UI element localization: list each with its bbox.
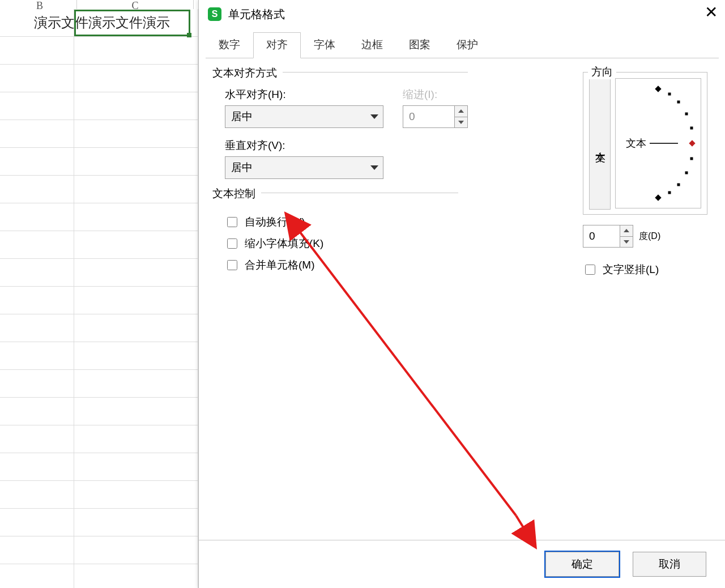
degree-up-button[interactable] — [620, 225, 633, 237]
tab-alignment[interactable]: 对齐 — [253, 32, 301, 58]
text-control-legend: 文本控制 — [212, 186, 261, 201]
v-align-dropdown[interactable]: 居中 — [225, 156, 383, 179]
app-icon: S — [208, 7, 221, 21]
alignment-panel: 文本对齐方式 水平对齐(H): 居中 缩进(I): — [199, 58, 725, 306]
vertical-layout-checkbox-input[interactable] — [585, 265, 595, 275]
h-align-value: 居中 — [231, 109, 253, 124]
indent-down-button[interactable] — [454, 117, 468, 129]
orientation-dial[interactable]: 文本 — [615, 78, 701, 208]
cancel-button[interactable]: 取消 — [633, 552, 706, 577]
v-align-label: 垂直对齐(V): — [225, 138, 468, 153]
merge-checkbox-label: 合并单元格(M) — [245, 258, 314, 272]
chevron-up-icon — [458, 109, 464, 113]
tab-font[interactable]: 字体 — [301, 32, 348, 58]
dial-handle[interactable] — [689, 140, 695, 146]
orientation-legend: 方向 — [588, 65, 616, 79]
tab-number[interactable]: 数字 — [206, 32, 253, 58]
merge-checkbox[interactable]: 合并单元格(M) — [225, 258, 458, 272]
column-header-b[interactable]: B — [0, 0, 77, 9]
dialog-title: 单元格格式 — [228, 7, 285, 22]
wrap-checkbox-label: 自动换行(W) — [245, 215, 305, 229]
shrink-checkbox-input[interactable] — [227, 238, 237, 249]
h-align-dropdown[interactable]: 居中 — [225, 105, 383, 128]
svg-line-1 — [516, 515, 525, 530]
wrap-checkbox-input[interactable] — [227, 217, 237, 227]
indent-up-button[interactable] — [454, 105, 468, 117]
indent-input[interactable] — [403, 105, 454, 128]
h-align-label: 水平对齐(H): — [225, 87, 383, 102]
dial-text-label: 文本 — [626, 137, 646, 150]
shrink-checkbox[interactable]: 缩小字体填充(K) — [225, 236, 458, 251]
chevron-up-icon — [624, 229, 629, 232]
chevron-down-icon — [370, 165, 378, 170]
orientation-frame: 方向 文本 文本 — [583, 72, 707, 215]
vertical-layout-checkbox[interactable]: 文字竖排(L) — [583, 262, 707, 277]
vertical-text-button[interactable]: 文本 — [589, 78, 611, 210]
vertical-layout-checkbox-label: 文字竖排(L) — [603, 262, 659, 277]
spreadsheet-background: B C 演示文件演示文件演示 — [0, 0, 198, 588]
chevron-down-icon — [458, 121, 464, 124]
degree-label: 度(D) — [639, 231, 660, 242]
dial-indicator-line — [650, 143, 678, 144]
text-align-legend: 文本对齐方式 — [212, 66, 283, 80]
dialog-footer: 确定 取消 — [199, 540, 725, 588]
close-icon[interactable]: ✕ — [705, 5, 718, 20]
cell-format-dialog: S 单元格格式 ✕ 数字 对齐 字体 边框 图案 保护 文本对齐方式 水平对齐(… — [198, 0, 725, 588]
wrap-checkbox[interactable]: 自动换行(W) — [225, 215, 458, 229]
tab-bar: 数字 对齐 字体 边框 图案 保护 — [206, 32, 719, 58]
v-align-value: 居中 — [231, 160, 253, 175]
column-headers: B C — [0, 0, 198, 9]
degree-down-button[interactable] — [620, 237, 633, 248]
merge-checkbox-input[interactable] — [227, 260, 237, 270]
dialog-titlebar[interactable]: S 单元格格式 ✕ — [199, 0, 725, 28]
degree-input[interactable] — [583, 225, 620, 248]
active-cell-border[interactable] — [74, 10, 190, 36]
shrink-checkbox-label: 缩小字体填充(K) — [245, 236, 323, 251]
fill-handle[interactable] — [187, 33, 191, 37]
column-header-c[interactable]: C — [77, 0, 194, 9]
indent-label: 缩进(I): — [403, 87, 468, 102]
sheet-grid[interactable] — [0, 9, 198, 588]
chevron-down-icon — [624, 240, 629, 244]
tab-pattern[interactable]: 图案 — [396, 32, 443, 58]
ok-button[interactable]: 确定 — [545, 552, 619, 577]
chevron-down-icon — [370, 114, 378, 119]
tab-protect[interactable]: 保护 — [443, 32, 491, 58]
tab-border[interactable]: 边框 — [348, 32, 396, 58]
